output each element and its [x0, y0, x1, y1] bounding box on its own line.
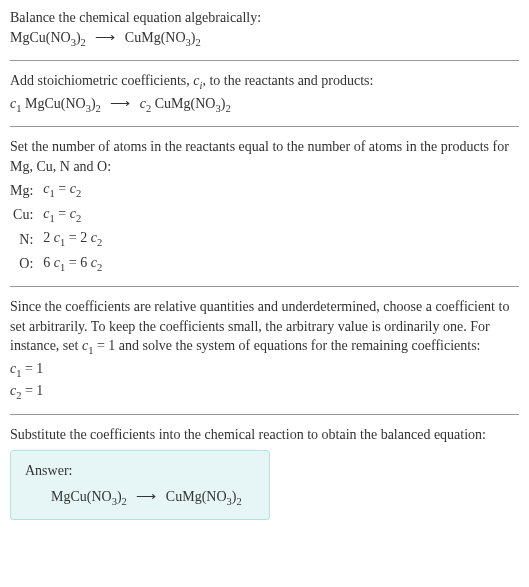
ans-r-base: MgCu(NO [51, 489, 112, 504]
intro-equation: MgCu(NO3)2 ⟶ CuMg(NO3)2 [10, 28, 519, 50]
atoms-table: Mg: c1 = c2 Cu: c1 = c2 N: 2 c1 = 2 c2 O… [10, 178, 108, 276]
arrow-icon: ⟶ [95, 28, 115, 48]
reactant-sub2: 2 [81, 36, 86, 47]
equation-cell: c1 = c2 [43, 203, 108, 227]
table-row: Cu: c1 = c2 [10, 203, 108, 227]
answer-equation: MgCu(NO3)2 ⟶ CuMg(NO3)2 [25, 487, 255, 509]
solve-text: Since the coefficients are relative quan… [10, 297, 519, 359]
equation-cell: 2 c1 = 2 c2 [43, 227, 108, 251]
equation-cell: 6 c1 = 6 c2 [43, 252, 108, 276]
ans-p-sub2: 2 [236, 496, 241, 507]
subst-section: Substitute the coefficients into the che… [10, 425, 519, 445]
answer-reactant: MgCu(NO3)2 [51, 489, 127, 504]
eq-sign: = [55, 181, 70, 196]
ans-r-sub2: 2 [122, 496, 127, 507]
element-label: N: [10, 227, 43, 251]
eq2-rhs: = 1 [21, 383, 43, 398]
answer-box: Answer: MgCu(NO3)2 ⟶ CuMg(NO3)2 [10, 450, 270, 520]
stoich-text-a: Add stoichiometric coefficients, [10, 73, 193, 88]
reactant-base: MgCu(NO [10, 30, 71, 45]
ans-p-base: CuMg(NO [166, 489, 227, 504]
solve-eq2: c2 = 1 [10, 381, 519, 403]
element-label: Cu: [10, 203, 43, 227]
table-row: O: 6 c1 = 6 c2 [10, 252, 108, 276]
stoich-p-sub2: 2 [225, 102, 230, 113]
eq1-rhs: = 1 [21, 361, 43, 376]
rhs-sub: 2 [97, 261, 102, 272]
divider [10, 414, 519, 415]
divider [10, 126, 519, 127]
table-row: Mg: c1 = c2 [10, 178, 108, 202]
stoich-product: CuMg(NO [151, 96, 215, 111]
answer-product: CuMg(NO3)2 [166, 489, 242, 504]
stoich-section: Add stoichiometric coefficients, ci, to … [10, 71, 519, 116]
product-sub2: 2 [195, 36, 200, 47]
lhs-coef: 2 [43, 230, 54, 245]
element-label: Mg: [10, 178, 43, 202]
rhs-coef: 2 [80, 230, 91, 245]
rhs-coef: 6 [80, 255, 91, 270]
rhs-sub: 2 [76, 213, 81, 224]
intro-section: Balance the chemical equation algebraica… [10, 8, 519, 50]
element-label: O: [10, 252, 43, 276]
solve-eq1: c1 = 1 [10, 359, 519, 381]
stoich-r-sub2: 2 [96, 102, 101, 113]
product-formula: CuMg(NO3)2 [125, 30, 201, 45]
eq-sign: = [55, 206, 70, 221]
arrow-icon: ⟶ [110, 94, 130, 114]
reactant-formula: MgCu(NO3)2 [10, 30, 86, 45]
eq-sign: = [65, 230, 80, 245]
atoms-text: Set the number of atoms in the reactants… [10, 137, 519, 176]
intro-text: Balance the chemical equation algebraica… [10, 8, 519, 28]
stoich-equation: c1 MgCu(NO3)2 ⟶ c2 CuMg(NO3)2 [10, 94, 519, 116]
divider [10, 60, 519, 61]
rhs-sub: 2 [76, 188, 81, 199]
stoich-reactant: MgCu(NO [21, 96, 85, 111]
lhs-coef: 6 [43, 255, 54, 270]
stoich-text: Add stoichiometric coefficients, ci, to … [10, 71, 519, 93]
solve-section: Since the coefficients are relative quan… [10, 297, 519, 404]
solve-text-b: = 1 and solve the system of equations fo… [93, 338, 480, 353]
divider [10, 286, 519, 287]
arrow-icon: ⟶ [136, 487, 156, 507]
eq-sign: = [65, 255, 80, 270]
table-row: N: 2 c1 = 2 c2 [10, 227, 108, 251]
atoms-section: Set the number of atoms in the reactants… [10, 137, 519, 276]
product-base: CuMg(NO [125, 30, 186, 45]
stoich-text-b: , to the reactants and products: [202, 73, 373, 88]
rhs-sub: 2 [97, 237, 102, 248]
answer-label: Answer: [25, 461, 255, 481]
equation-cell: c1 = c2 [43, 178, 108, 202]
subst-text: Substitute the coefficients into the che… [10, 425, 519, 445]
